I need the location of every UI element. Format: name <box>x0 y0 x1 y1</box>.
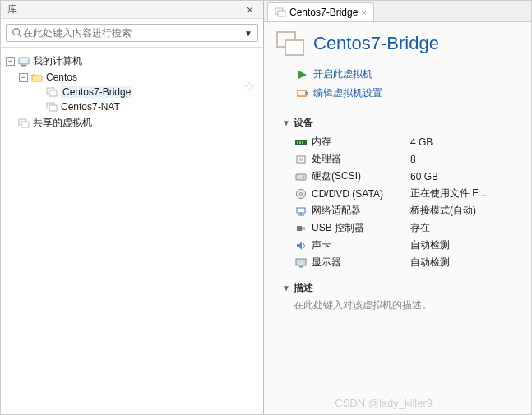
vm-icon <box>46 87 58 97</box>
tree-node-folder[interactable]: − Centos <box>4 70 260 85</box>
device-table: 内存 4 GB 处理器 8 硬盘(SCSI) 60 GB CD/DVD (SAT… <box>282 133 520 271</box>
chevron-down-icon[interactable]: ▼ <box>244 29 252 38</box>
devices-header[interactable]: ▼ 设备 <box>282 116 520 133</box>
tab-close-icon[interactable]: × <box>361 7 366 17</box>
cd-icon <box>294 188 308 200</box>
action-label: 编辑虚拟机设置 <box>313 86 382 100</box>
library-tree: ☆ − 我的计算机 − Centos Centos7-Bridge <box>1 48 263 414</box>
play-icon <box>297 69 308 81</box>
svg-marker-14 <box>298 71 307 79</box>
device-row-network[interactable]: 网络适配器 桥接模式(自动) <box>282 202 520 219</box>
tree-label: 我的计算机 <box>33 54 82 68</box>
svg-rect-11 <box>278 11 285 16</box>
usb-icon <box>294 224 308 233</box>
cpu-icon <box>294 154 308 164</box>
description-section: ▼ 描述 在此处键入对该虚拟机的描述。 <box>264 276 531 317</box>
collapse-icon[interactable]: − <box>19 73 28 82</box>
collapse-icon[interactable]: − <box>6 57 15 66</box>
svg-point-25 <box>300 192 303 195</box>
network-icon <box>294 206 308 216</box>
svg-rect-15 <box>298 90 306 96</box>
svg-rect-29 <box>297 226 302 231</box>
search-input[interactable] <box>23 27 244 39</box>
library-header: 库 × <box>1 1 263 19</box>
description-header[interactable]: ▼ 描述 <box>282 281 520 298</box>
tree-label: Centos <box>46 71 77 83</box>
action-label: 开启此虚拟机 <box>313 67 372 81</box>
device-row-disk[interactable]: 硬盘(SCSI) 60 GB <box>282 168 520 185</box>
section-title: 设备 <box>294 116 313 130</box>
svg-point-23 <box>303 176 304 178</box>
favorite-star-icon[interactable]: ☆ <box>243 79 255 95</box>
svg-rect-7 <box>49 105 57 111</box>
svg-rect-21 <box>299 158 303 161</box>
svg-rect-32 <box>296 259 306 265</box>
tree-node-my-computer[interactable]: − 我的计算机 <box>4 53 260 70</box>
tab-bar: Centos7-Bridge × <box>264 1 531 22</box>
svg-rect-3 <box>21 65 26 67</box>
tree-node-vm-nat[interactable]: Centos7-NAT <box>4 99 260 114</box>
tree-node-shared[interactable]: 共享的虚拟机 <box>4 114 260 131</box>
svg-rect-5 <box>49 90 57 96</box>
svg-rect-26 <box>297 208 305 213</box>
description-placeholder[interactable]: 在此处键入对该虚拟机的描述。 <box>282 298 520 312</box>
vm-title: Centos7-Bridge <box>313 33 439 54</box>
tab-label: Centos7-Bridge <box>289 7 358 18</box>
svg-point-0 <box>13 29 20 35</box>
device-row-cpu[interactable]: 处理器 8 <box>282 150 520 168</box>
library-panel: 库 × ▼ ☆ − 我的计算机 − Centos <box>1 1 264 414</box>
tree-node-vm-bridge[interactable]: Centos7-Bridge <box>4 85 260 99</box>
vm-title-row: Centos7-Bridge <box>264 22 531 62</box>
library-title: 库 <box>7 2 17 16</box>
display-icon <box>294 258 308 268</box>
disk-icon <box>294 172 308 182</box>
device-row-sound[interactable]: 声卡 自动检测 <box>282 237 520 254</box>
vm-detail-panel: Centos7-Bridge × Centos7-Bridge 开启此虚拟机 编… <box>264 1 531 414</box>
triangle-down-icon: ▼ <box>282 118 290 127</box>
svg-rect-13 <box>285 40 303 55</box>
triangle-down-icon: ▼ <box>282 284 290 293</box>
close-icon[interactable]: × <box>243 3 257 16</box>
svg-rect-17 <box>297 141 298 144</box>
vm-icon <box>275 7 286 17</box>
svg-rect-9 <box>21 122 29 127</box>
shared-vm-icon <box>18 118 30 128</box>
svg-rect-22 <box>296 174 306 180</box>
tab-vm[interactable]: Centos7-Bridge × <box>267 2 374 21</box>
vm-actions: 开启此虚拟机 编辑虚拟机设置 <box>264 62 531 111</box>
folder-icon <box>31 72 43 82</box>
device-row-display[interactable]: 显示器 自动检测 <box>282 254 520 271</box>
action-edit-settings[interactable]: 编辑虚拟机设置 <box>297 84 520 103</box>
search-box[interactable]: ▼ <box>6 24 258 42</box>
memory-icon <box>294 138 308 146</box>
svg-rect-33 <box>299 266 303 268</box>
device-row-memory[interactable]: 内存 4 GB <box>282 133 520 150</box>
tree-label: 共享的虚拟机 <box>33 116 92 130</box>
devices-section: ▼ 设备 内存 4 GB 处理器 8 硬盘(SCSI) 60 GB CD/DVD… <box>264 111 531 276</box>
search-icon <box>12 27 23 39</box>
tree-label: Centos7-NAT <box>61 101 120 113</box>
svg-rect-30 <box>302 227 305 230</box>
watermark: CSDN @lady_killer9 <box>335 397 433 409</box>
svg-line-1 <box>19 35 22 38</box>
svg-rect-18 <box>299 141 301 144</box>
action-power-on[interactable]: 开启此虚拟机 <box>297 65 520 84</box>
wrench-icon <box>297 88 308 99</box>
tree-label: Centos7-Bridge <box>61 86 132 98</box>
section-title: 描述 <box>294 281 313 295</box>
vm-large-icon <box>275 30 305 57</box>
vm-icon <box>46 102 58 112</box>
svg-rect-19 <box>302 141 303 144</box>
computer-icon <box>18 57 30 67</box>
device-row-usb[interactable]: USB 控制器 存在 <box>282 219 520 237</box>
sound-icon <box>294 241 308 251</box>
device-row-cddvd[interactable]: CD/DVD (SATA) 正在使用文件 F:... <box>282 185 520 202</box>
svg-rect-2 <box>19 58 29 64</box>
search-row: ▼ <box>1 19 263 48</box>
svg-marker-31 <box>297 242 302 250</box>
